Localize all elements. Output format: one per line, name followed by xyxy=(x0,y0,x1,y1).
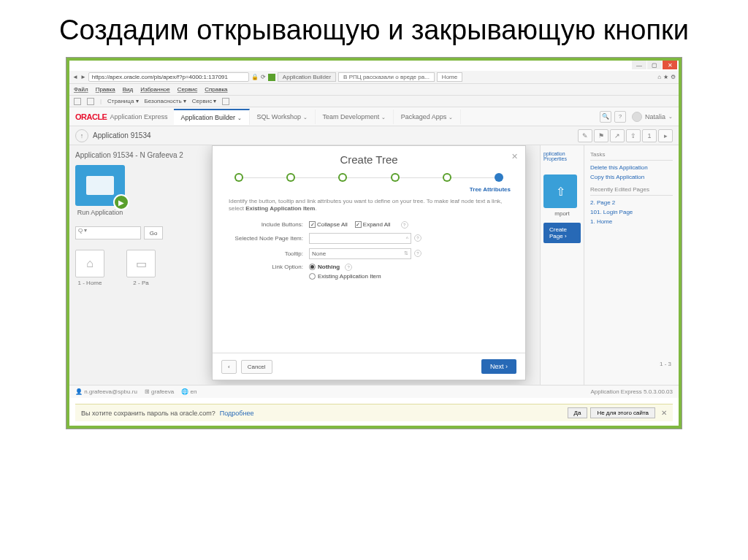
minimize-button[interactable]: — xyxy=(632,61,646,69)
recent-link-3[interactable]: 1. Home xyxy=(590,217,673,226)
recent-link-1[interactable]: 2. Page 2 xyxy=(590,198,673,207)
expand-all-checkbox[interactable]: ✓Expand All xyxy=(355,221,391,228)
browser-tab-1[interactable]: Application Builder xyxy=(278,72,336,82)
delete-app-link[interactable]: Delete this Application xyxy=(590,163,673,172)
product-name: Application Express xyxy=(110,113,167,120)
run-application-tile[interactable]: ▶ Run Application xyxy=(75,165,125,216)
wizard-step-2[interactable] xyxy=(286,173,295,182)
tab-favicon-icon xyxy=(268,74,275,81)
help-icon[interactable]: ? xyxy=(414,250,421,257)
search-icon[interactable]: 🔍 xyxy=(600,111,611,123)
back-button[interactable]: ‹ xyxy=(221,360,237,374)
wizard-step-4[interactable] xyxy=(391,173,400,182)
save-pwd-yes-button[interactable]: Да xyxy=(568,407,588,418)
toolbar-security[interactable]: Безопасность ▾ xyxy=(145,98,186,104)
main-area: Application 91534 - N Grafeeva 2 ▶ Run A… xyxy=(69,145,679,385)
nav-packaged[interactable]: Packaged Apps ⌄ xyxy=(394,110,461,124)
import-label: mport xyxy=(543,210,581,217)
footer-version: Application Express 5.0.3.00.03 xyxy=(590,388,673,395)
menu-help[interactable]: Справка xyxy=(205,86,227,93)
favorites-icon[interactable]: ★ xyxy=(663,74,668,80)
wizard-step-5[interactable] xyxy=(443,173,451,182)
menu-view[interactable]: Вид xyxy=(123,86,133,93)
user-menu[interactable]: Natalia ⌄ xyxy=(632,112,673,122)
run-icon[interactable]: ▸ xyxy=(658,129,673,142)
sidebar: Tasks Delete this Application Copy this … xyxy=(584,145,679,385)
page-tile-2[interactable]: ▭ 2 - Pa xyxy=(126,250,156,286)
link-existing-radio[interactable]: Existing Application Item xyxy=(309,273,381,280)
play-icon: ▶ xyxy=(113,194,129,210)
save-pwd-question: Вы хотите сохранить пароль на oracle.com… xyxy=(81,410,215,417)
cancel-button[interactable]: Cancel xyxy=(241,360,272,374)
nav-sql-workshop[interactable]: SQL Workshop ⌄ xyxy=(250,110,316,124)
menu-tools[interactable]: Сервис xyxy=(178,86,197,93)
nav-app-builder[interactable]: Application Builder ⌄ xyxy=(174,109,250,125)
toolbar-icon-1[interactable] xyxy=(74,98,81,105)
gear-icon[interactable]: ⚙ xyxy=(671,74,676,80)
wizard-step-3[interactable] xyxy=(338,173,347,182)
browser-tab-3[interactable]: Home xyxy=(437,72,462,82)
wizard-step-6-current[interactable] xyxy=(495,173,503,182)
help-icon[interactable]: ? xyxy=(345,264,352,271)
recent-header: Recently Edited Pages xyxy=(590,186,673,196)
dialog-footer: ‹ Cancel Next › xyxy=(213,353,525,380)
tooltip-select[interactable]: None⇅ xyxy=(309,248,411,259)
save-password-bar: Вы хотите сохранить пароль на oracle.com… xyxy=(75,404,673,421)
search-input[interactable]: Q ▾ xyxy=(75,226,141,239)
save-pwd-more-link[interactable]: Подробнее xyxy=(220,410,254,417)
wizard-step-1[interactable] xyxy=(234,173,243,182)
num-icon[interactable]: 1 xyxy=(642,129,657,142)
nav-back-icon[interactable]: ◄ xyxy=(72,74,78,80)
edit-icon[interactable]: ✎ xyxy=(578,129,592,142)
nav-team-dev[interactable]: Team Development ⌄ xyxy=(316,110,394,124)
save-pwd-close-icon[interactable]: ✕ xyxy=(661,409,667,417)
recent-link-2[interactable]: 101. Login Page xyxy=(590,207,673,217)
create-page-button[interactable]: Create Page › xyxy=(543,223,581,243)
close-window-button[interactable]: ✕ xyxy=(663,61,677,69)
export-icon[interactable]: ⇪ xyxy=(626,129,641,142)
refresh-icon[interactable]: ⟳ xyxy=(261,74,266,80)
bug-icon[interactable]: ⚑ xyxy=(594,129,608,142)
browser-menu-bar: Файл Правка Вид Избранное Сервис Справка xyxy=(69,84,679,96)
menu-file[interactable]: Файл xyxy=(74,86,88,93)
breadcrumb-text: Application 91534 xyxy=(93,131,151,139)
wizard-step-label: Tree Attributes xyxy=(470,186,511,193)
help-icon[interactable]: ? xyxy=(614,111,626,123)
menu-favorites[interactable]: Избранное xyxy=(140,86,170,93)
tasks-header: Tasks xyxy=(590,151,673,161)
go-button[interactable]: Go xyxy=(144,226,163,239)
toolbar-page[interactable]: Страница ▾ xyxy=(107,98,138,104)
share-icon[interactable]: ↗ xyxy=(610,129,625,142)
nav-fwd-icon[interactable]: ► xyxy=(80,74,86,80)
url-field[interactable]: https://apex.oracle.com/pls/apex/f?p=400… xyxy=(88,72,249,82)
home-icon[interactable]: ⌂ xyxy=(657,74,661,80)
next-button[interactable]: Next › xyxy=(481,359,516,374)
link-nothing-radio[interactable]: Nothing? xyxy=(309,264,381,271)
browser-tab-2[interactable]: В РПЦ рассказали о вреде ра... xyxy=(338,72,435,82)
app-properties-link[interactable]: pplication Properties xyxy=(543,151,581,161)
import-tile[interactable]: ⇧ xyxy=(543,174,577,208)
page-tile-home[interactable]: ⌂ 1 - Home xyxy=(75,250,104,286)
page-tile-icon: ▭ xyxy=(126,250,156,277)
collapse-all-checkbox[interactable]: ✓Collapse All xyxy=(309,221,348,228)
toolbar-icon-2[interactable] xyxy=(87,98,94,105)
home-tile-icon: ⌂ xyxy=(75,250,104,277)
breadcrumb-up-icon[interactable]: ↑ xyxy=(75,129,88,142)
dialog-close-icon[interactable]: ✕ xyxy=(511,152,518,161)
selected-node-label: Selected Node Page Item: xyxy=(229,235,309,242)
toolbar-tools[interactable]: Сервис ▾ xyxy=(192,98,217,104)
toolbar-icon-3[interactable] xyxy=(222,98,229,105)
selected-node-row: Selected Node Page Item: ^ ? xyxy=(213,231,525,246)
create-tree-dialog: Create Tree ✕ Tree Attributes Identify t… xyxy=(212,145,526,380)
pager: 1 - 3 xyxy=(660,361,671,367)
maximize-button[interactable]: ▢ xyxy=(647,61,662,69)
wizard-steps: Tree Attributes xyxy=(213,169,525,185)
save-pwd-no-button[interactable]: Не для этого сайта xyxy=(590,407,655,418)
menu-edit[interactable]: Правка xyxy=(96,86,115,93)
apex-header: ORACLE Application Express Application B… xyxy=(69,107,679,126)
help-icon[interactable]: ? xyxy=(414,234,421,242)
selected-node-input[interactable]: ^ xyxy=(309,233,411,244)
copy-app-link[interactable]: Copy this Application xyxy=(590,172,673,182)
help-icon[interactable]: ? xyxy=(401,221,408,229)
tooltip-label: Tooltip: xyxy=(229,250,309,257)
